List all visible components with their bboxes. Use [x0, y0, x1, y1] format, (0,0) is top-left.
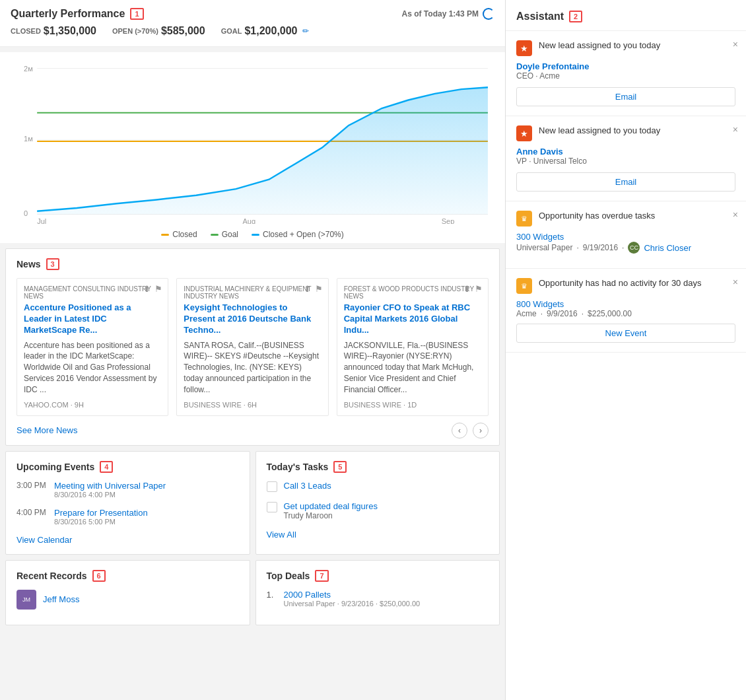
task-label-1[interactable]: Get updated deal figures [284, 501, 378, 511]
person-name-1[interactable]: Anne Davis [516, 147, 735, 157]
news-title-0[interactable]: Accenture Positioned as a Leader in Late… [24, 302, 161, 336]
opportunity-link-1[interactable]: 800 Widgets [516, 299, 735, 309]
news-footer-0: YAHOO.COM · 9h [24, 401, 161, 409]
share-icon[interactable]: ⬆ [463, 284, 471, 294]
flag-icon[interactable]: ⚑ [154, 284, 162, 294]
news-grid: ⬆ ⚑ Management Consulting Industry News … [17, 278, 489, 416]
email-button-1[interactable]: Email [516, 172, 735, 192]
flag-icon[interactable]: ⚑ [475, 284, 483, 294]
close-card-3[interactable]: × [733, 277, 738, 287]
share-icon[interactable]: ⬆ [304, 284, 311, 294]
opp-date-1: 9/9/2016 [547, 309, 578, 318]
next-news-button[interactable]: › [473, 423, 489, 438]
svg-text:JM: JM [22, 596, 30, 603]
person-name-0[interactable]: Doyle Prefontaine [516, 61, 735, 71]
news-source-2: Forest & Wood Products Industry News [344, 285, 481, 300]
tasks-title: Today's Tasks [267, 462, 329, 472]
assistant-card-header-1: ★ New lead assigned to you today [516, 125, 735, 141]
close-card-2[interactable]: × [733, 209, 738, 220]
assistant-title: Assistant [516, 11, 564, 22]
svg-text:1м: 1м [24, 135, 33, 143]
news-title: News [17, 259, 41, 269]
flag-icon[interactable]: ⚑ [315, 284, 323, 294]
event-item-1: 4:00 PM Prepare for Presentation 8/30/20… [17, 508, 239, 526]
performance-title: Quarterly Performance [11, 8, 125, 20]
event-item-0: 3:00 PM Meeting with Universal Paper 8/3… [17, 481, 239, 499]
record-avatar-0: JM [17, 590, 36, 610]
performance-stats: CLOSED $1,350,000 OPEN (>70%) $585,000 G… [11, 25, 494, 37]
task-label-0[interactable]: Call 3 Leads [284, 481, 331, 491]
legend-closed-open-dot [252, 234, 259, 236]
record-name-0[interactable]: Jeff Moss [43, 594, 79, 604]
svg-text:Jul: Jul [37, 217, 46, 224]
deals-title-row: Top Deals 7 [267, 570, 489, 582]
assistant-card-header-0: ★ New lead assigned to you today [516, 40, 735, 56]
star-icon-1: ★ [516, 125, 532, 141]
open-value: $585,000 [161, 25, 205, 37]
news-title-2[interactable]: Rayonier CFO to Speak at RBC Capital Mar… [344, 302, 481, 336]
assistant-card-text-3: Opportunity has had no activity for 30 d… [539, 278, 701, 288]
task-checkbox-0[interactable] [267, 481, 277, 492]
closed-value: $1,350,000 [44, 25, 96, 37]
deal-item-0: 1. 2000 Pallets Universal Paper · 9/23/2… [267, 590, 489, 608]
email-button-0[interactable]: Email [516, 87, 735, 106]
view-calendar-link[interactable]: View Calendar [17, 535, 239, 545]
news-nav-arrows: ‹ › [452, 423, 489, 438]
event-name-1[interactable]: Prepare for Presentation [54, 508, 148, 518]
closed-label: CLOSED [11, 27, 41, 35]
event-time-1: 4:00 PM [17, 508, 46, 526]
share-icon[interactable]: ⬆ [143, 284, 151, 294]
close-card-0[interactable]: × [733, 39, 738, 50]
crown-icon-0: ♛ [516, 211, 532, 227]
opportunity-link-0[interactable]: 300 Widgets [516, 232, 735, 242]
prev-news-button[interactable]: ‹ [452, 423, 467, 438]
assistant-card-header-3: ♛ Opportunity has had no activity for 30… [516, 278, 735, 294]
user-avatar-0: CC [628, 242, 640, 254]
legend-closed-open: Closed + Open (>70%) [252, 230, 344, 239]
news-nav: See More News ‹ › [17, 423, 489, 438]
legend-closed: Closed [161, 230, 197, 239]
deals-badge: 7 [315, 570, 328, 582]
opp-amount-1: $225,000.00 [588, 309, 632, 318]
chart-legend: Closed Goal Closed + Open (>70%) [11, 230, 494, 239]
opp-date-0: 9/19/2016 [583, 243, 618, 252]
open-stat: OPEN (>70%) $585,000 [112, 25, 205, 37]
news-actions-2: ⬆ ⚑ [463, 284, 483, 294]
events-title-row: Upcoming Events 4 [17, 461, 239, 473]
svg-text:Sep: Sep [442, 217, 455, 224]
news-footer-2: BUSINESS WIRE · 1d [344, 401, 481, 409]
opp-company-0: Universal Paper [516, 243, 572, 252]
deals-title: Top Deals [267, 571, 310, 581]
performance-title-row: Quarterly Performance 1 As of Today 1:43… [11, 8, 494, 20]
bottom-grid-1: Upcoming Events 4 3:00 PM Meeting with U… [5, 451, 500, 555]
task-checkbox-1[interactable] [267, 502, 277, 512]
deal-meta-0: Universal Paper · 9/23/2016 · $250,000.0… [284, 600, 421, 608]
record-item-0: JM Jeff Moss [17, 590, 239, 610]
event-name-0[interactable]: Meeting with Universal Paper [54, 481, 166, 491]
assistant-card-2: × ♛ Opportunity has overdue tasks 300 Wi… [506, 201, 746, 269]
see-more-news-link[interactable]: See More News [17, 425, 77, 435]
tasks-badge: 5 [333, 461, 347, 473]
opp-company-1: Acme [516, 309, 537, 318]
deal-name-0[interactable]: 2000 Pallets [284, 590, 421, 600]
edit-goal-icon[interactable]: ✏ [302, 26, 309, 36]
close-card-1[interactable]: × [733, 124, 738, 135]
refresh-icon[interactable] [483, 8, 494, 20]
upcoming-events-card: Upcoming Events 4 3:00 PM Meeting with U… [5, 451, 250, 555]
assistant-sidebar: Assistant 2 × ★ New lead assigned to you… [505, 0, 746, 700]
legend-closed-label: Closed [172, 230, 197, 239]
deal-num-0: 1. [267, 590, 277, 600]
assistant-card-0: × ★ New lead assigned to you today Doyle… [506, 31, 746, 116]
new-event-button[interactable]: New Event [516, 324, 735, 343]
main-content: Quarterly Performance 1 As of Today 1:43… [0, 0, 505, 700]
news-actions-1: ⬆ ⚑ [304, 284, 323, 294]
event-date-1: 8/30/2016 5:00 PM [54, 518, 148, 526]
news-footer-1: BUSINESS WIRE · 6h [184, 401, 321, 409]
news-section: News 3 ⬆ ⚑ Management Consulting Industr… [5, 248, 500, 446]
news-title-1[interactable]: Keysight Technologies to Present at 2016… [184, 302, 321, 336]
legend-goal-dot [211, 234, 219, 236]
view-all-tasks-link[interactable]: View All [267, 530, 489, 540]
chart-area: 2м 1м 0 Jul Aug Sep [0, 52, 505, 243]
timestamp-area: As of Today 1:43 PM [402, 8, 494, 20]
opp-owner-0[interactable]: Chris Closer [644, 243, 691, 253]
